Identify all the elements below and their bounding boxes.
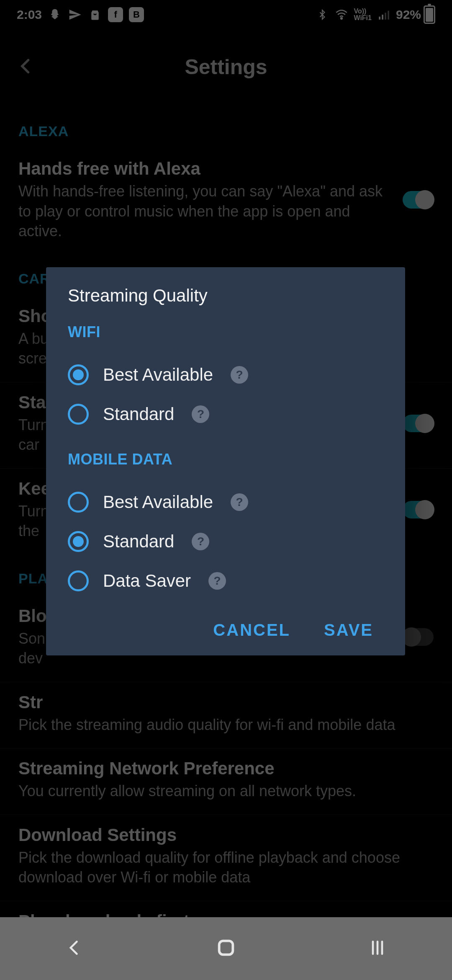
- option-wifi-standard[interactable]: Standard ?: [68, 395, 383, 434]
- radio-icon: [68, 570, 89, 591]
- help-icon[interactable]: ?: [208, 572, 226, 590]
- radio-icon: [68, 364, 89, 385]
- radio-icon: [68, 531, 89, 552]
- group-mobile-label: MOBILE DATA: [68, 451, 383, 468]
- system-nav-bar: [0, 917, 452, 980]
- help-icon[interactable]: ?: [192, 533, 209, 550]
- dialog-title: Streaming Quality: [68, 286, 383, 306]
- save-button[interactable]: SAVE: [324, 621, 373, 640]
- help-icon[interactable]: ?: [192, 405, 209, 423]
- nav-home-icon[interactable]: [214, 936, 238, 961]
- option-mobile-datasaver[interactable]: Data Saver ?: [68, 561, 383, 601]
- nav-recents-icon[interactable]: [368, 939, 387, 959]
- radio-icon: [68, 404, 89, 425]
- svg-rect-5: [219, 941, 233, 955]
- option-mobile-standard[interactable]: Standard ?: [68, 522, 383, 561]
- streaming-quality-dialog: Streaming Quality WIFI Best Available ? …: [46, 267, 405, 655]
- group-wifi-label: WIFI: [68, 323, 383, 341]
- option-mobile-best[interactable]: Best Available ?: [68, 482, 383, 522]
- help-icon[interactable]: ?: [231, 493, 248, 511]
- help-icon[interactable]: ?: [231, 366, 248, 384]
- option-wifi-best[interactable]: Best Available ?: [68, 355, 383, 395]
- cancel-button[interactable]: CANCEL: [213, 621, 290, 640]
- radio-icon: [68, 492, 89, 513]
- nav-back-icon[interactable]: [65, 939, 84, 959]
